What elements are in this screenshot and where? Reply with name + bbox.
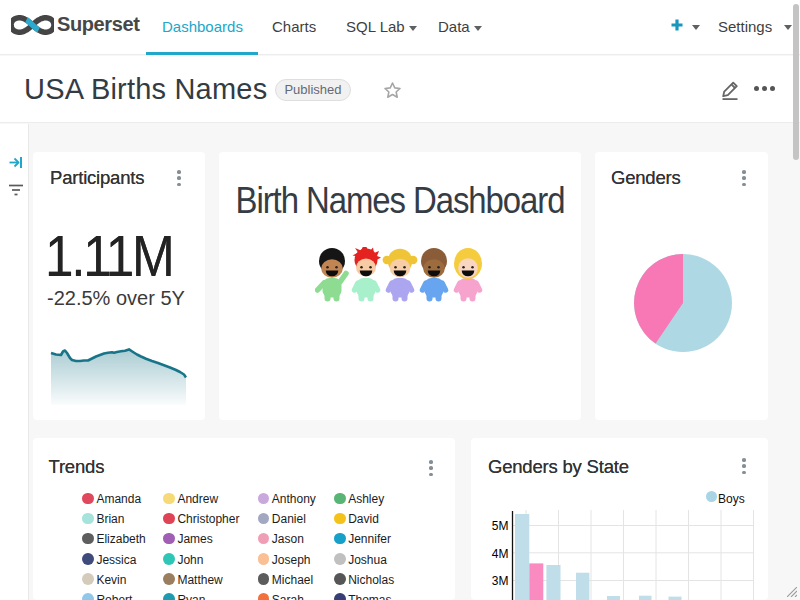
svg-text:4M: 4M — [492, 547, 509, 561]
svg-text:3M: 3M — [492, 574, 509, 588]
svg-text:5M: 5M — [492, 519, 509, 533]
